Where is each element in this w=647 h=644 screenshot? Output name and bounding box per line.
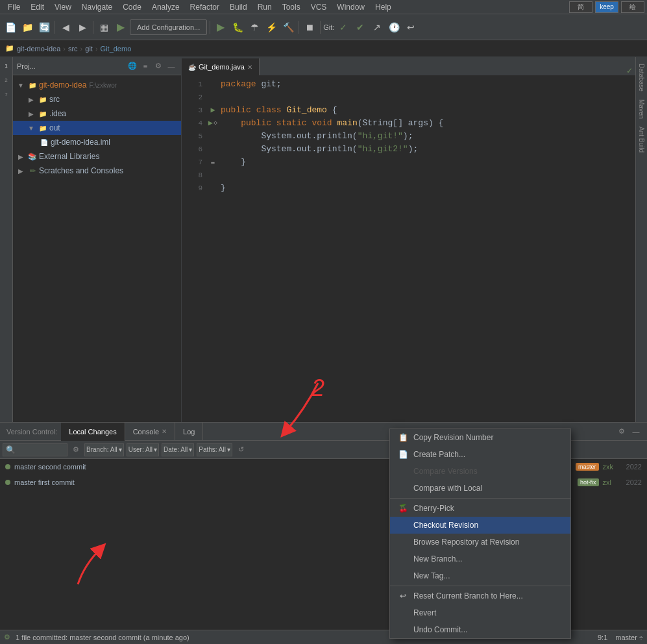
tab-log[interactable]: Log [175,423,203,441]
menu-file[interactable]: File [3,1,25,13]
run-btn[interactable]: ▶ [213,19,228,35]
ctx-new-tag-label: New Tag... [413,571,450,580]
log-search-input[interactable] [18,446,64,454]
user-filter[interactable]: User: All ▾ [127,443,159,456]
sync-btn[interactable]: 🔄 [36,19,52,35]
minimize-btn[interactable]: — [630,426,642,438]
ext-icon-3[interactable]: 绘 [621,1,644,13]
patch-icon: 📄 [398,449,408,460]
git-check-btn[interactable]: ✓ [336,19,351,35]
view-btn[interactable]: ▦ [96,19,112,35]
tree-arrow-down-out: ▼ [26,123,36,133]
project-icon: 📁 [5,44,14,53]
tree-item-iml[interactable]: 📄 git-demo-idea.iml [13,135,181,149]
structure-activity-icon[interactable]: 7 [1,88,12,100]
ctx-create-patch[interactable]: 📄 Create Patch... [390,446,570,463]
menu-vcs[interactable]: VCS [306,1,332,13]
breadcrumb-src[interactable]: src [68,45,78,53]
console-close[interactable]: ✕ [162,428,167,435]
tab-local-changes[interactable]: Local Changes [61,423,125,441]
menu-view[interactable]: View [49,1,77,13]
breadcrumb-file[interactable]: Git_demo [101,45,132,53]
sidebar-tool-1[interactable]: 🌐 [127,60,138,72]
paths-filter[interactable]: Paths: All ▾ [197,443,232,456]
menu-code[interactable]: Code [117,1,147,13]
tab-console[interactable]: Console ✕ [125,423,175,441]
log-settings-btn[interactable]: ⚙ [70,444,82,456]
ctx-new-tag[interactable]: New Tag... [390,567,570,584]
sidebar-minimize-btn[interactable]: — [165,60,177,72]
build-btn[interactable]: 🔨 [280,19,296,35]
code-editor[interactable]: 1 package git; 2 3 ▶ public class Git_de… [182,75,635,422]
bottom-panel-tools: ⚙ — [616,426,644,438]
project-activity-icon[interactable]: 1 [1,60,12,71]
stop-btn[interactable]: ⏹ [302,19,317,35]
breadcrumb-git[interactable]: git [85,45,93,53]
ctx-browse-repo[interactable]: Browse Repository at Revision [390,534,570,551]
log-tag-master: master [576,463,599,471]
ctx-cherry-pick[interactable]: 🍒 Cherry-Pick [390,500,570,517]
menu-help[interactable]: Help [370,1,397,13]
tree-item-out[interactable]: ▼ 📁 out [13,121,181,135]
right-panel-ant[interactable]: Ant Build [637,123,646,156]
ctx-revert[interactable]: Revert [390,604,570,621]
menu-edit[interactable]: Edit [25,1,49,13]
ext-icon-1[interactable]: 简 [569,1,592,13]
menu-navigate[interactable]: Navigate [77,1,117,13]
ctx-reset-branch[interactable]: ↩ Reset Current Branch to Here... [390,588,570,604]
statusbar-branch[interactable]: master ÷ [615,634,643,641]
settings-btn[interactable]: ⚙ [616,426,628,438]
git-clock-btn[interactable]: 🕐 [386,19,402,35]
ctx-undo-label: Undo Commit... [413,625,467,634]
menu-refactor[interactable]: Refactor [185,1,225,13]
editor-tab-gitdemo[interactable]: ☕ Git_demo.java ✕ [182,58,260,75]
ctx-compare-local[interactable]: Compare with Local [390,480,570,497]
date-filter[interactable]: Date: All ▾ [162,443,194,456]
profile-btn[interactable]: ⚡ [263,19,279,35]
right-panel-database[interactable]: Database [637,60,646,95]
ctx-undo-commit[interactable]: Undo Commit... [390,621,570,638]
refresh-btn[interactable]: ↺ [235,444,247,456]
tree-item-idea[interactable]: ▶ 📁 .idea [13,106,181,121]
git-arrow-btn[interactable]: ↗ [369,19,385,35]
branch-filter[interactable]: Branch: All ▾ [84,443,124,456]
branch-filter-label: Branch: All [86,446,117,453]
ext-icon-2[interactable]: keep [595,1,618,13]
compare-icon [398,466,408,477]
branch-chevron: ▾ [119,446,122,453]
menu-window[interactable]: Window [332,1,370,13]
ctx-new-branch[interactable]: New Branch... [390,551,570,567]
menu-analyze[interactable]: Analyze [147,1,185,13]
open-btn[interactable]: 📁 [19,19,35,35]
back-btn[interactable]: ◀ [58,19,73,35]
git-undo-btn[interactable]: ↩ [403,19,419,35]
tree-item-src[interactable]: ▶ 📁 src [13,92,181,106]
menu-run[interactable]: Run [252,1,277,13]
tree-label-path: F:\zxkwor [89,82,117,89]
forward-btn[interactable]: ▶ [75,19,90,35]
branch-icon [398,554,408,564]
tree-item-project[interactable]: ▼ 📁 git-demo-idea F:\zxkwor [13,78,181,92]
git-tick-btn[interactable]: ✔ [352,19,368,35]
ctx-copy-revision[interactable]: 📋 Copy Revision Number [390,429,570,446]
code-line-5: 5 System.out.println("hi,git!"); [182,130,635,143]
breadcrumb-project[interactable]: git-demo-idea [17,45,60,53]
coverage-btn[interactable]: ☂ [247,19,262,35]
tree-item-scratches[interactable]: ▶ ✏ Scratches and Consoles [13,164,181,178]
menu-tools[interactable]: Tools [277,1,306,13]
run-arrow-3: ▶ [210,104,215,117]
new-file-btn[interactable]: 📄 [3,19,18,35]
debug-btn[interactable]: 🐛 [230,19,245,35]
paths-chevron: ▾ [227,446,230,453]
right-panel-maven[interactable]: Maven [637,95,646,123]
menu-build[interactable]: Build [225,1,252,13]
sidebar-tool-2[interactable]: ≡ [140,60,151,72]
tab-close-btn[interactable]: ✕ [247,64,252,71]
ctx-checkout-revision[interactable]: Checkout Revision [390,517,570,534]
favorites-activity-icon[interactable]: 2 [1,74,12,86]
add-config-button[interactable]: Add Configuration... [130,19,207,35]
run-config-arrow[interactable]: ▶ [113,19,128,35]
ctx-sep-1 [390,498,570,499]
tree-item-ext-libs[interactable]: ▶ 📚 External Libraries [13,149,181,164]
sidebar-tool-gear[interactable]: ⚙ [153,60,164,72]
